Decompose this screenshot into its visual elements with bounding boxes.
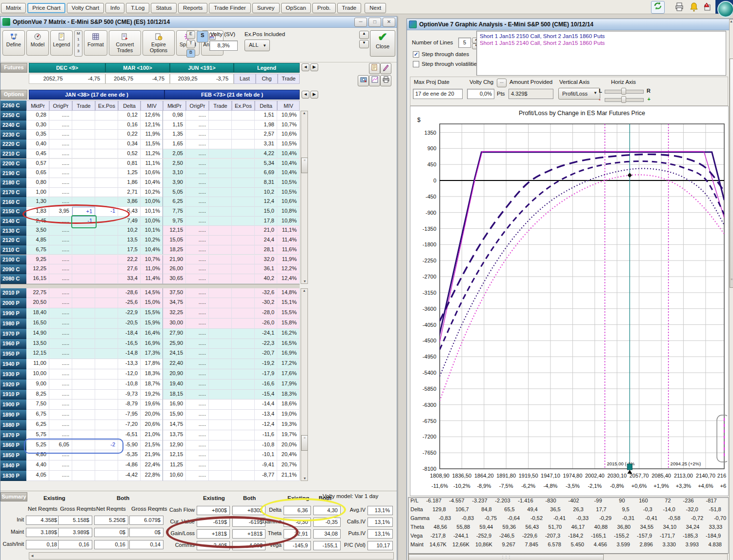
cell-2250C-delta-feb[interactable]: 1,51 — [255, 111, 277, 120]
puts-vscrollbar[interactable]: ▲≡▼ — [301, 288, 308, 481]
strike-label[interactable]: 2000 P — [0, 298, 26, 308]
cell-1900P-trade-feb[interactable] — [209, 400, 232, 410]
col-header-feb-miv[interactable]: MIV — [277, 100, 300, 111]
cell-1980P-expos-feb[interactable] — [232, 319, 255, 329]
cell-2130C-trade-feb[interactable] — [209, 226, 232, 236]
cell-2120C-expos-feb[interactable] — [232, 236, 255, 245]
table-row-1940P[interactable]: 1940 P11,00.....-13,317,8%22,40.....-19,… — [0, 359, 309, 369]
cell-2130C-delta-jan[interactable]: 10,2 — [118, 226, 141, 236]
cell-1940P-miv-jan[interactable]: 17,8% — [141, 359, 163, 369]
cell-2250C-expos-feb[interactable] — [232, 111, 255, 120]
cell-2010P-mktpr-feb[interactable]: 37,50 — [163, 288, 186, 299]
cell-2120C-delta-jan[interactable]: 13,5 — [118, 236, 141, 245]
strike-label[interactable]: 1860 P — [0, 440, 26, 451]
cell-2090C-delta-feb[interactable]: 36,1 — [255, 264, 277, 274]
cell-2250C-trade-jan[interactable] — [72, 111, 95, 120]
cell-2230C-miv-feb[interactable]: 10,6% — [277, 130, 300, 140]
paint-icon-button[interactable] — [380, 63, 391, 74]
table-row-1860P[interactable]: 1860 P5,256,05-2-5,9021,5%12,90.....-10,… — [0, 440, 309, 451]
cell-2200C-miv-feb[interactable]: 10,4% — [277, 159, 300, 169]
cell-1870P-trade-jan[interactable] — [72, 430, 95, 440]
cell-1950P-expos-feb[interactable] — [232, 349, 255, 359]
cell-2000P-trade-feb[interactable] — [209, 298, 232, 308]
strategy-line-1[interactable]: Short 1 Jan15 2150 Call, Short 2 Jan15 1… — [480, 33, 723, 39]
cell-1960P-miv-feb[interactable]: 16,5% — [277, 339, 300, 349]
cell-1910P-expos-jan[interactable] — [95, 390, 118, 400]
cell-2150C-expos-jan[interactable]: -1 — [95, 207, 118, 217]
cell-2130C-expos-feb[interactable] — [232, 226, 255, 236]
tab-volty-chart[interactable]: Volty Chart — [67, 3, 104, 13]
matrix-titlebar[interactable]: OptionVue 7 Matrix - E-Mini S&P 500 (CME… — [0, 17, 397, 28]
cell-1930P-trade-feb[interactable] — [209, 369, 232, 380]
col-header-feb-delta[interactable]: Delta — [255, 100, 277, 111]
strike-label[interactable]: 1880 P — [0, 420, 26, 430]
cell-2210C-delta-jan[interactable]: 0,52 — [118, 149, 141, 159]
cell-2150C-miv-feb[interactable]: 10,8% — [277, 207, 300, 217]
table-row-2140C[interactable]: 2140 C2,45.....-17,4910,0%9,75.....17,81… — [0, 217, 309, 226]
cell-2000P-delta-feb[interactable]: -30,2 — [255, 298, 277, 308]
cell-2160C-origpr-feb[interactable]: ..... — [186, 197, 209, 207]
cell-2100C-expos-feb[interactable] — [232, 255, 255, 265]
cell-2110C-expos-jan[interactable] — [95, 245, 118, 255]
cell-2120C-miv-jan[interactable]: 10,2% — [141, 236, 163, 245]
cell-1870P-expos-feb[interactable] — [232, 430, 255, 440]
strike-label[interactable]: 2230 C — [0, 130, 26, 140]
table-row-2130C[interactable]: 2130 C3,50.....10,210,1%12,15.....21,011… — [0, 226, 309, 236]
strike-label[interactable]: 1920 P — [0, 380, 26, 390]
cell-2170C-trade-feb[interactable] — [209, 188, 232, 198]
cell-1960P-mktpr-jan[interactable]: 13,50 — [26, 339, 49, 349]
cell-1950P-delta-feb[interactable]: -20,7 — [255, 349, 277, 359]
chart-icon-button[interactable] — [369, 75, 380, 86]
cell-1930P-mktpr-jan[interactable]: 10,00 — [26, 369, 49, 380]
cell-1830P-trade-jan[interactable] — [72, 471, 95, 481]
cell-2080C-delta-feb[interactable]: 40,2 — [255, 274, 277, 284]
cell-2140C-mktpr-jan[interactable]: 2,45 — [26, 217, 49, 226]
cell-1860P-trade-feb[interactable] — [209, 440, 232, 451]
number-of-lines-value[interactable]: 5 — [458, 38, 471, 48]
table-row-2150C[interactable]: 2150 C1,833,95+1-15,4310,1%7,75.....15,0… — [0, 207, 309, 217]
cell-2190C-mktpr-jan[interactable]: 0,65 — [26, 168, 49, 178]
cell-1900P-origpr-jan[interactable]: ..... — [49, 400, 72, 410]
table-row-1930P[interactable]: 1930 P10,00.....-12,018,3%20,90.....-17,… — [0, 369, 309, 380]
cell-1860P-miv-feb[interactable]: 20,0% — [277, 440, 300, 451]
cell-2250C-delta-jan[interactable]: 0,12 — [118, 111, 141, 120]
cell-2160C-expos-feb[interactable] — [232, 197, 255, 207]
cell-1870P-delta-feb[interactable]: -11,6 — [255, 430, 277, 440]
cell-1850P-expos-feb[interactable] — [232, 450, 255, 460]
ledger-icon-button[interactable] — [369, 63, 380, 74]
cell-2200C-expos-feb[interactable] — [232, 159, 255, 169]
cell-1860P-delta-jan[interactable]: -5,90 — [118, 440, 141, 451]
cell-1930P-delta-jan[interactable]: -12,0 — [118, 369, 141, 380]
cell-2240C-origpr-jan[interactable]: ..... — [49, 120, 72, 130]
table-row-1920P[interactable]: 1920 P9,00.....-10,818,7%19,40.....-16,6… — [0, 380, 309, 390]
cell-1940P-delta-feb[interactable]: -19,2 — [255, 359, 277, 369]
cell-2140C-miv-feb[interactable]: 10,8% — [277, 217, 300, 226]
cell-2140C-miv-jan[interactable]: 10,0% — [141, 217, 163, 226]
m123-strip[interactable]: M123 — [74, 30, 82, 57]
cell-1890P-mktpr-jan[interactable]: 6,75 — [26, 410, 49, 420]
cell-2210C-origpr-jan[interactable]: ..... — [49, 149, 72, 159]
cell-1900P-trade-jan[interactable] — [72, 400, 95, 410]
cell-1980P-mktpr-jan[interactable]: 16,50 — [26, 319, 49, 329]
cell-1990P-trade-jan[interactable] — [72, 308, 95, 319]
cell-2010P-origpr-feb[interactable]: ..... — [186, 288, 209, 299]
cell-1830P-delta-feb[interactable]: -8,77 — [255, 471, 277, 481]
cell-1850P-miv-feb[interactable]: 20,4% — [277, 450, 300, 460]
cell-2170C-delta-feb[interactable]: 10,2 — [255, 188, 277, 198]
cell-2230C-origpr-feb[interactable]: ..... — [186, 130, 209, 140]
cell-2230C-trade-jan[interactable] — [72, 130, 95, 140]
cell-2010P-mktpr-jan[interactable]: 22,75 — [26, 288, 49, 299]
cell-1990P-miv-jan[interactable]: 15,5% — [141, 308, 163, 319]
cell-2120C-expos-jan[interactable] — [95, 236, 118, 245]
cell-2090C-origpr-feb[interactable]: ..... — [186, 264, 209, 274]
tab-next[interactable]: Next — [365, 3, 386, 13]
cell-1910P-origpr-feb[interactable]: ..... — [186, 390, 209, 400]
table-row-1840P[interactable]: 1840 P4,40.....-4,8622,4%11,25.....-9,41… — [0, 460, 309, 471]
cell-1930P-delta-feb[interactable]: -17,9 — [255, 369, 277, 380]
col-header-jan-miv[interactable]: MIV — [141, 100, 163, 111]
cell-2140C-mktpr-feb[interactable]: 9,75 — [163, 217, 186, 226]
cell-2220C-expos-feb[interactable] — [232, 140, 255, 149]
futures-header-1[interactable]: MAR <100> — [105, 63, 170, 73]
cell-2230C-delta-jan[interactable]: 0,22 — [118, 130, 141, 140]
table-row-1960P[interactable]: 1960 P13,50.....-16,516,9%25,90.....-22,… — [0, 339, 309, 349]
